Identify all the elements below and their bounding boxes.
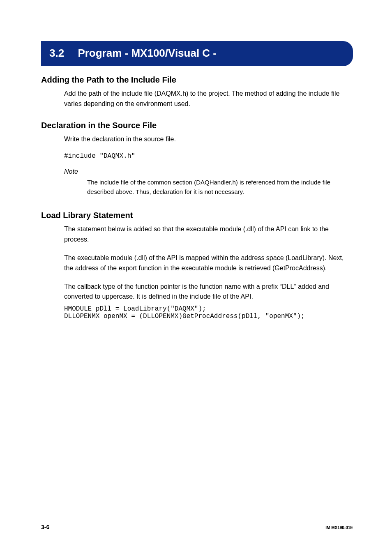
note-bottom-rule — [64, 199, 353, 199]
heading-declaration: Declaration in the Source File — [41, 121, 353, 130]
body-load-library-3: The callback type of the function pointe… — [64, 282, 353, 302]
section-adding-path: Adding the Path to the Include File Add … — [41, 75, 353, 109]
footer-rule — [41, 522, 353, 522]
heading-adding-path: Adding the Path to the Include File — [41, 75, 353, 85]
note-label: Note — [64, 168, 78, 175]
body-load-library-1: The statement below is added so that the… — [64, 224, 353, 245]
page-number: 3-6 — [41, 524, 49, 530]
body-load-library-2: The executable module (.dll) of the API … — [64, 253, 353, 274]
section-title: Program - MX100/Visual C - — [78, 47, 217, 59]
code-include: #include "DAQMX.h" — [64, 152, 353, 160]
note-block: Note The include file of the common sect… — [64, 168, 353, 199]
section-load-library: Load Library Statement The statement bel… — [41, 211, 353, 320]
body-declaration: Write the declaration in the source file… — [64, 134, 353, 145]
page-footer: 3-6 IM MX190-01E — [41, 522, 353, 530]
section-declaration: Declaration in the Source File Write the… — [41, 121, 353, 200]
document-id: IM MX190-01E — [325, 525, 353, 530]
section-banner: 3.2 Program - MX100/Visual C - — [41, 41, 353, 66]
body-adding-path: Add the path of the include file (DAQMX.… — [64, 89, 353, 109]
section-number: 3.2 — [49, 47, 64, 60]
note-text: The include file of the common section (… — [87, 178, 353, 196]
note-top-rule — [81, 172, 353, 172]
heading-load-library: Load Library Statement — [41, 211, 353, 220]
code-loadlibrary: HMODULE pDll = LoadLibrary("DAQMX"); DLL… — [64, 305, 353, 320]
